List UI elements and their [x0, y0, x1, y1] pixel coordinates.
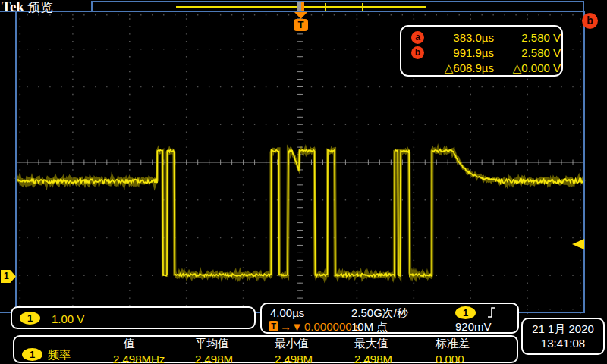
oscilloscope-screen: Tek 预览 T b 1 a b 383.0µs 2.580 V 991.9µs… [0, 0, 607, 364]
measurement-value: 2.498M [354, 353, 438, 364]
trigger-position-icons: →▼ [280, 320, 303, 333]
trigger-slope-icon [486, 306, 497, 318]
measurement-header: 标准差 [436, 337, 519, 351]
measurement-value: 2.498MHz [113, 353, 197, 364]
measurement-header: 平均值 [195, 337, 278, 351]
cursor-b-tick[interactable] [362, 3, 363, 11]
measurement-col-min: 最小值 2.498M [275, 337, 358, 364]
channel1-scale: 1.00 V [52, 312, 84, 325]
measurement-value: 2.498M [275, 353, 358, 364]
measurement-header: 最大值 [354, 337, 438, 351]
cursor-readout-box[interactable]: a b 383.0µs 2.580 V 991.9µs 2.580 V △608… [400, 25, 563, 77]
cursor-a-tick[interactable] [325, 3, 326, 11]
tek-logo: Tek [2, 0, 24, 14]
graticule-border-left [15, 11, 17, 313]
cursor-a-time: 383.0µs [430, 31, 494, 44]
time-label: 13:41:08 [523, 337, 603, 350]
measurement-col-max: 最大值 2.498M [354, 337, 438, 364]
cursor-a-voltage: 2.580 V [497, 31, 561, 44]
trigger-level: 920mV [455, 320, 492, 333]
record-length: 10M 点 [351, 320, 388, 333]
cursor-b-time: 991.9µs [430, 46, 494, 59]
acquisition-mode-label: 预览 [27, 1, 53, 14]
cursor-a-badge: a [411, 31, 424, 44]
channel1-scale-box[interactable]: 1 1.00 V [11, 306, 256, 329]
cursor-delta-voltage: △0.000 V [497, 61, 561, 74]
trigger-source-badge: 1 [455, 306, 476, 319]
trigger-position-badge[interactable]: T [294, 19, 308, 31]
expansion-point-marker-orange[interactable] [301, 2, 304, 11]
trigger-t-icon: T [269, 321, 278, 331]
time-per-div: 4.00µs [270, 306, 304, 319]
horizontal-trigger-box[interactable]: 4.00µs 2.50G次/秒 1 T →▼ 0.000000 s 10M 点 … [260, 303, 519, 334]
date-label: 21 1月 2020 [523, 322, 603, 335]
channel1-badge: 1 [20, 312, 40, 325]
measurement-name: 频率 [48, 348, 71, 361]
measurement-value: 2.498M [195, 353, 278, 364]
datetime-box: 21 1月 2020 13:41:08 [521, 318, 605, 355]
cursor-b-badge: b [411, 46, 424, 59]
measurement-channel-badge: 1 [22, 348, 42, 361]
measurement-header: 最小值 [275, 337, 358, 351]
measurement-bar[interactable]: 1 频率 值 2.498MHz 平均值 2.498M 最小值 2.498M 最大… [13, 335, 518, 363]
cursor-b-voltage: 2.580 V [497, 46, 561, 59]
measurement-header: 值 [113, 337, 197, 351]
sample-rate: 2.50G次/秒 [351, 306, 408, 319]
measurement-col-stddev: 标准差 0.000 [436, 337, 519, 364]
measurement-value: 0.000 [436, 353, 519, 364]
cursor-b-edge-badge[interactable]: b [582, 13, 598, 29]
graticule-border-right [583, 11, 585, 313]
record-view-bar[interactable] [91, 1, 584, 12]
measurement-col-value: 值 2.498MHz [113, 337, 197, 364]
cursor-delta-time: △608.9µs [430, 61, 494, 74]
measurement-col-mean: 平均值 2.498M [195, 337, 278, 364]
